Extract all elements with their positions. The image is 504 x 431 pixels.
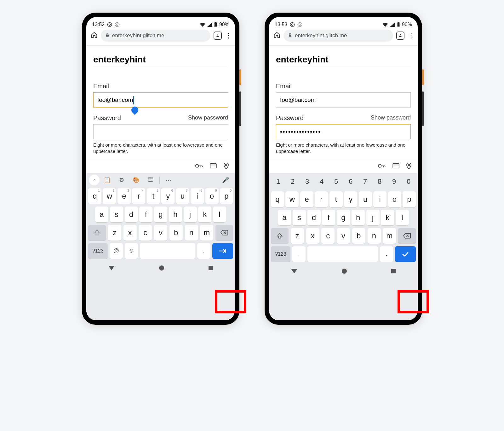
- nav-back-icon[interactable]: [108, 266, 115, 270]
- address-bar[interactable]: enterkeyhint.glitch.me: [284, 30, 393, 42]
- spacebar-key[interactable]: [140, 243, 195, 259]
- symbols-key[interactable]: ?123: [271, 246, 290, 262]
- key-j[interactable]: j: [184, 207, 197, 222]
- key-q[interactable]: q: [271, 191, 284, 207]
- tab-count[interactable]: 4: [396, 32, 404, 40]
- key-d[interactable]: d: [307, 210, 321, 225]
- password-key-icon[interactable]: [378, 163, 386, 170]
- location-pin-icon[interactable]: [406, 163, 411, 170]
- address-bar[interactable]: enterkeyhint.glitch.me: [101, 30, 210, 42]
- key-c[interactable]: c: [139, 225, 152, 241]
- key-8[interactable]: 8: [372, 174, 387, 189]
- key-l[interactable]: l: [213, 207, 226, 222]
- key-n[interactable]: n: [368, 228, 381, 244]
- email-input[interactable]: foo@bar.com: [93, 92, 228, 108]
- emoji-key[interactable]: ☺: [125, 243, 138, 259]
- overflow-menu-icon[interactable]: ⋮: [225, 32, 231, 40]
- show-password-toggle[interactable]: Show password: [188, 114, 228, 122]
- key-w[interactable]: w: [285, 191, 299, 207]
- password-input[interactable]: [93, 124, 228, 139]
- nav-recent-icon[interactable]: [391, 269, 396, 273]
- key-3[interactable]: 3: [300, 174, 314, 189]
- backspace-key[interactable]: [398, 228, 416, 244]
- tab-count[interactable]: 4: [214, 32, 222, 40]
- period-key[interactable]: .: [380, 246, 393, 262]
- key-x[interactable]: x: [123, 225, 137, 241]
- key-1[interactable]: 1: [271, 174, 285, 189]
- key-p[interactable]: p: [403, 191, 416, 207]
- key-m[interactable]: m: [383, 228, 396, 244]
- at-key[interactable]: @: [110, 243, 123, 259]
- location-pin-icon[interactable]: [224, 163, 229, 170]
- key-7[interactable]: 7: [358, 174, 372, 189]
- key-v[interactable]: v: [337, 228, 350, 244]
- key-r[interactable]: r: [315, 191, 328, 207]
- spacebar-key[interactable]: [307, 246, 378, 262]
- key-k[interactable]: k: [198, 207, 211, 222]
- period-key[interactable]: .: [197, 243, 210, 259]
- key-k[interactable]: k: [381, 210, 394, 225]
- key-y[interactable]: y: [344, 191, 357, 207]
- key-h[interactable]: h: [352, 210, 365, 225]
- key-4[interactable]: 4: [314, 174, 329, 189]
- key-x[interactable]: x: [306, 228, 319, 244]
- key-z[interactable]: z: [108, 225, 121, 241]
- key-s[interactable]: s: [110, 207, 123, 222]
- key-9[interactable]: 9: [387, 174, 401, 189]
- key-p[interactable]: p: [220, 188, 233, 204]
- key-g[interactable]: g: [337, 210, 350, 225]
- email-input[interactable]: foo@bar.com: [276, 92, 411, 108]
- password-key-icon[interactable]: [195, 163, 203, 170]
- key-e[interactable]: e: [300, 191, 313, 207]
- enter-next-key[interactable]: [212, 243, 233, 259]
- key-a[interactable]: a: [278, 210, 291, 225]
- cursor-handle[interactable]: [130, 105, 140, 115]
- key-r[interactable]: r: [132, 188, 145, 204]
- nav-home-icon[interactable]: [342, 269, 347, 274]
- symbols-key[interactable]: ?123: [88, 243, 108, 259]
- show-password-toggle[interactable]: Show password: [371, 114, 411, 122]
- backspace-key[interactable]: [215, 225, 233, 241]
- key-l[interactable]: l: [396, 210, 409, 225]
- key-s[interactable]: s: [293, 210, 306, 225]
- key-q[interactable]: q: [88, 188, 101, 204]
- key-2[interactable]: 2: [285, 174, 300, 189]
- sticker-icon[interactable]: 🗔: [144, 177, 158, 183]
- keyboard-back-icon[interactable]: ‹: [89, 175, 100, 185]
- key-a[interactable]: a: [95, 207, 108, 222]
- key-v[interactable]: v: [154, 225, 167, 241]
- power-button[interactable]: [239, 69, 241, 85]
- mic-off-icon[interactable]: 🎤: [219, 177, 232, 183]
- key-t[interactable]: t: [147, 188, 160, 204]
- more-icon[interactable]: ⋯: [162, 177, 175, 183]
- key-0[interactable]: 0: [401, 174, 416, 189]
- key-b[interactable]: b: [352, 228, 365, 244]
- home-icon[interactable]: [91, 32, 98, 40]
- payment-card-icon[interactable]: [392, 163, 399, 170]
- palette-icon[interactable]: 🎨: [129, 177, 143, 183]
- nav-home-icon[interactable]: [159, 265, 164, 271]
- key-w[interactable]: w: [103, 188, 116, 204]
- key-f[interactable]: f: [322, 210, 335, 225]
- home-icon[interactable]: [273, 32, 280, 40]
- overflow-menu-icon[interactable]: ⋮: [408, 32, 414, 40]
- shift-key[interactable]: [271, 228, 289, 244]
- volume-button[interactable]: [422, 91, 424, 126]
- password-input[interactable]: •••••••••••••••: [276, 124, 411, 139]
- key-f[interactable]: f: [139, 207, 152, 222]
- key-n[interactable]: n: [185, 225, 198, 241]
- key-6[interactable]: 6: [343, 174, 358, 189]
- nav-recent-icon[interactable]: [209, 266, 213, 270]
- settings-gear-icon[interactable]: ⚙: [115, 177, 129, 183]
- key-b[interactable]: b: [169, 225, 183, 241]
- clipboard-icon[interactable]: 📋: [100, 177, 114, 183]
- enter-done-key[interactable]: [395, 246, 416, 262]
- key-z[interactable]: z: [291, 228, 304, 244]
- volume-button[interactable]: [239, 91, 241, 126]
- nav-back-icon[interactable]: [291, 269, 297, 273]
- key-u[interactable]: u: [359, 191, 372, 207]
- key-y[interactable]: y: [161, 188, 175, 204]
- key-t[interactable]: t: [329, 191, 343, 207]
- shift-key[interactable]: [88, 225, 106, 241]
- key-c[interactable]: c: [321, 228, 335, 244]
